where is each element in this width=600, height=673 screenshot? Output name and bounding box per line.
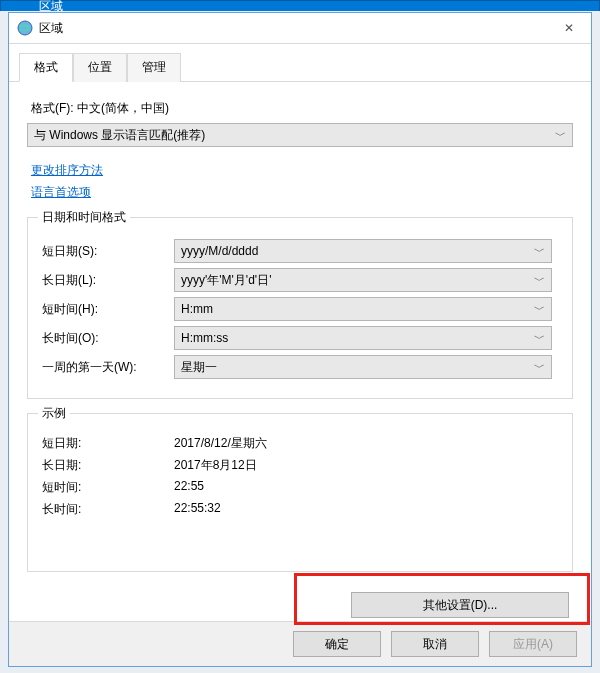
label-short-date: 短日期(S):	[40, 243, 174, 260]
other-settings-button[interactable]: 其他设置(D)...	[351, 592, 569, 618]
dropdown-value: H:mm	[181, 302, 213, 316]
chevron-down-icon: ﹀	[534, 273, 545, 288]
dropdown-value: H:mm:ss	[181, 331, 228, 345]
dropdown-value: yyyy/M/d/dddd	[181, 244, 258, 258]
tab-label: 格式	[34, 60, 58, 74]
chevron-down-icon: ﹀	[555, 128, 566, 143]
group-date-time-formats: 日期和时间格式 短日期(S): yyyy/M/d/dddd ﹀ 长日期(L): …	[27, 217, 573, 399]
link-change-sort[interactable]: 更改排序方法	[31, 163, 103, 177]
example-label: 长日期:	[40, 457, 174, 474]
chevron-down-icon: ﹀	[534, 244, 545, 259]
label-long-time: 长时间(O):	[40, 330, 174, 347]
page-body: 格式(F): 中文(简体，中国) 与 Windows 显示语言匹配(推荐) ﹀ …	[9, 82, 591, 620]
group-title: 日期和时间格式	[38, 209, 130, 226]
cancel-button[interactable]: 取消	[391, 631, 479, 657]
label-long-date: 长日期(L):	[40, 272, 174, 289]
svg-point-0	[18, 21, 32, 35]
group-title: 示例	[38, 405, 70, 422]
dialog-titlebar[interactable]: 区域 ✕	[9, 13, 591, 44]
region-icon	[17, 20, 33, 36]
dropdown-first-day[interactable]: 星期一 ﹀	[174, 355, 552, 379]
example-label: 长时间:	[40, 501, 174, 518]
tab-admin[interactable]: 管理	[127, 53, 181, 82]
format-dropdown[interactable]: 与 Windows 显示语言匹配(推荐) ﹀	[27, 123, 573, 147]
chevron-down-icon: ﹀	[534, 331, 545, 346]
tab-label: 管理	[142, 60, 166, 74]
chevron-down-icon: ﹀	[534, 302, 545, 317]
example-label: 短日期:	[40, 435, 174, 452]
dropdown-long-time[interactable]: H:mm:ss ﹀	[174, 326, 552, 350]
apply-button[interactable]: 应用(A)	[489, 631, 577, 657]
tab-format[interactable]: 格式	[19, 53, 73, 82]
label-short-time: 短时间(H):	[40, 301, 174, 318]
dropdown-long-date[interactable]: yyyy'年'M'月'd'日' ﹀	[174, 268, 552, 292]
tab-strip: 格式 位置 管理	[9, 44, 591, 82]
label-first-day: 一周的第一天(W):	[40, 359, 174, 376]
background-window-titlebar: 区域	[0, 0, 600, 11]
dropdown-short-time[interactable]: H:mm ﹀	[174, 297, 552, 321]
region-dialog: 区域 ✕ 格式 位置 管理 格式(F): 中文(简体，中国) 与 Windows…	[8, 12, 592, 667]
dropdown-value: 星期一	[181, 359, 217, 376]
tab-label: 位置	[88, 60, 112, 74]
example-value: 2017/8/12/星期六	[174, 435, 267, 452]
format-label: 格式(F): 中文(简体，中国)	[31, 100, 573, 117]
format-dropdown-value: 与 Windows 显示语言匹配(推荐)	[34, 127, 205, 144]
link-language-pref[interactable]: 语言首选项	[31, 185, 91, 199]
dialog-title: 区域	[39, 20, 63, 37]
dropdown-value: yyyy'年'M'月'd'日'	[181, 272, 271, 289]
dropdown-short-date[interactable]: yyyy/M/d/dddd ﹀	[174, 239, 552, 263]
group-examples: 示例 短日期:2017/8/12/星期六 长日期:2017年8月12日 短时间:…	[27, 413, 573, 572]
close-icon: ✕	[564, 21, 574, 35]
close-button[interactable]: ✕	[546, 13, 591, 43]
example-value: 22:55:32	[174, 501, 221, 518]
example-label: 短时间:	[40, 479, 174, 496]
ok-button[interactable]: 确定	[293, 631, 381, 657]
dialog-footer: 确定 取消 应用(A)	[9, 621, 591, 666]
example-value: 22:55	[174, 479, 204, 496]
chevron-down-icon: ﹀	[534, 360, 545, 375]
example-value: 2017年8月12日	[174, 457, 257, 474]
tab-location[interactable]: 位置	[73, 53, 127, 82]
